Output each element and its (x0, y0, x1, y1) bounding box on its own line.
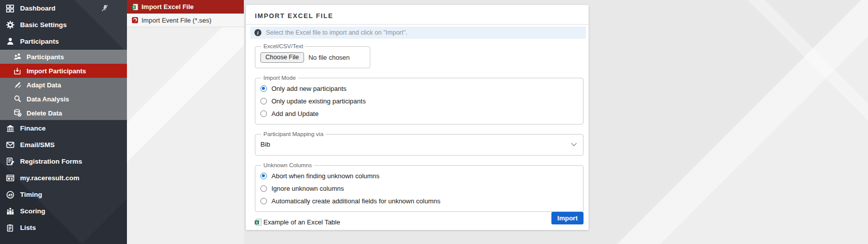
sidebar: Dashboard Basic (0, 0, 127, 244)
radio-input[interactable] (260, 98, 267, 104)
import-mode-fieldset: Import Mode Only add new participants On… (255, 75, 584, 125)
radio-label: Add and Update (271, 110, 319, 117)
radio-label: Ignore unknown columns (271, 185, 344, 192)
sidebar-item-email-sms[interactable]: Email/SMS (0, 137, 127, 153)
sidebar-item-label: Scoring (20, 207, 45, 215)
envelope-icon (6, 141, 15, 150)
radio-input[interactable] (260, 110, 267, 117)
radio-label: Automatically create additional fields f… (271, 197, 441, 205)
file-fieldset: Excel/CSV/Text Choose File No file chose… (255, 43, 370, 68)
sidebar-item-label: my.raceresult.com (20, 174, 79, 182)
sidebar-subitem-label: Delete Data (27, 109, 62, 117)
sidebar-subitem-label: Import Participants (27, 67, 86, 75)
clipboard-icon (6, 223, 15, 232)
mapping-legend: Participant Mapping via (261, 131, 326, 137)
file-fieldset-legend: Excel/CSV/Text (261, 43, 305, 49)
sidebar-subitem-import-participants[interactable]: Import Participants (0, 64, 127, 78)
info-icon: i (254, 29, 261, 36)
sidebar-subitem-delete-data[interactable]: Delete Data (0, 106, 127, 120)
sidebar-item-participants[interactable]: Participants (0, 33, 127, 50)
sidebar-subitem-participants[interactable]: Participants (0, 50, 127, 64)
svg-text:X: X (256, 221, 258, 224)
radio-option-only-add[interactable]: Only add new participants (260, 82, 578, 95)
ses-file-icon (131, 17, 138, 24)
info-bar: i Select the Excel file to import and cl… (250, 27, 586, 39)
excel-file-icon: X (254, 218, 262, 226)
sidebar-item-label: Finance (20, 125, 46, 132)
page-title: IMPORT EXCEL FILE (246, 5, 589, 25)
sidebar-subitem-label: Participants (27, 53, 64, 61)
sidebar-item-scoring[interactable]: Scoring (0, 203, 127, 219)
sidebar-item-registration-forms[interactable]: Registration Forms (0, 153, 127, 170)
podium-icon (6, 207, 15, 216)
tab-label: Import Excel File (141, 3, 194, 11)
radio-input[interactable] (260, 198, 267, 204)
magnifier-icon (13, 95, 22, 103)
sidebar-item-dashboard[interactable]: Dashboard (0, 0, 127, 17)
radio-option-only-update[interactable]: Only update existing participants (260, 95, 578, 107)
database-delete-icon (13, 109, 22, 117)
sidebar-subitem-data-analysis[interactable]: Data Analysis (0, 92, 127, 106)
tab-label: Import Event File (*.ses) (141, 17, 211, 24)
import-excel-card: IMPORT EXCEL FILE i Select the Excel fil… (246, 5, 589, 230)
pencils-icon (13, 81, 22, 89)
tab-import-excel-file[interactable]: X Import Excel File (127, 0, 244, 14)
tab-import-event-file[interactable]: Import Event File (*.ses) (127, 14, 244, 27)
sidebar-item-my-raceresult[interactable]: my.raceresult.com (0, 170, 127, 186)
dashboard-grid-icon (6, 4, 15, 13)
radio-option-abort[interactable]: Abort when finding unknown columns (260, 170, 578, 182)
sidebar-item-label: Email/SMS (20, 141, 55, 149)
info-text: Select the Excel file to import and clic… (266, 29, 407, 36)
mapping-fieldset: Participant Mapping via Bib (255, 131, 584, 156)
sidebar-item-basic-settings[interactable]: Basic Settings (0, 17, 127, 33)
browser-icon (6, 174, 15, 183)
gear-icon (6, 21, 15, 30)
sidebar-subitem-label: Data Analysis (27, 95, 69, 103)
stopwatch-icon: 45 (6, 190, 15, 199)
sidebar-item-label: Basic Settings (20, 21, 67, 29)
excel-example-link[interactable]: X Example of an Excel Table (254, 218, 589, 226)
sidebar-item-lists[interactable]: Lists (0, 219, 127, 236)
import-button[interactable]: Import (551, 212, 584, 224)
radio-label: Abort when finding unknown columns (271, 172, 379, 180)
form-pen-icon (6, 157, 15, 166)
radio-option-ignore[interactable]: Ignore unknown columns (260, 182, 578, 195)
mapping-selected-value: Bib (260, 141, 270, 148)
excel-example-label: Example of an Excel Table (263, 218, 340, 226)
choose-file-button[interactable]: Choose File (260, 52, 304, 63)
unknown-columns-legend: Unknown Columns (261, 162, 314, 168)
radio-input[interactable] (260, 85, 267, 92)
svg-text:45: 45 (8, 193, 13, 197)
sidebar-item-timing[interactable]: 45 Timing (0, 186, 127, 203)
participants-submenu: Participants Import Participants (0, 50, 127, 120)
bank-icon (6, 124, 15, 133)
mapping-select[interactable]: Bib (260, 139, 578, 151)
app-window: Dashboard Basic (0, 0, 868, 244)
radio-label: Only add new participants (271, 85, 347, 92)
unpin-icon[interactable] (101, 4, 109, 12)
file-status-text: No file chosen (309, 54, 350, 61)
import-tab-panel: X Import Excel File Import Event File (*… (127, 0, 244, 244)
sidebar-subitem-adapt-data[interactable]: Adapt Data (0, 78, 127, 92)
svg-text:X: X (132, 5, 135, 9)
sidebar-item-label: Participants (20, 38, 59, 45)
radio-label: Only update existing participants (271, 97, 366, 105)
radio-input[interactable] (260, 173, 267, 179)
radio-input[interactable] (260, 185, 267, 192)
sidebar-subitem-label: Adapt Data (27, 81, 61, 89)
sidebar-item-label: Lists (20, 224, 36, 231)
person-icon (6, 37, 15, 46)
sidebar-item-finance[interactable]: Finance (0, 120, 127, 137)
people-icon (13, 53, 22, 61)
import-tray-icon (13, 67, 22, 75)
radio-option-add-and-update[interactable]: Add and Update (260, 107, 578, 120)
unknown-columns-fieldset: Unknown Columns Abort when finding unkno… (255, 162, 584, 212)
radio-option-auto-create[interactable]: Automatically create additional fields f… (260, 195, 578, 207)
sidebar-item-label: Timing (20, 191, 42, 198)
sidebar-item-label: Dashboard (20, 5, 56, 12)
excel-file-icon: X (131, 4, 138, 11)
sidebar-item-label: Registration Forms (20, 158, 82, 165)
chevron-down-icon (571, 143, 577, 147)
import-mode-legend: Import Mode (261, 75, 298, 81)
